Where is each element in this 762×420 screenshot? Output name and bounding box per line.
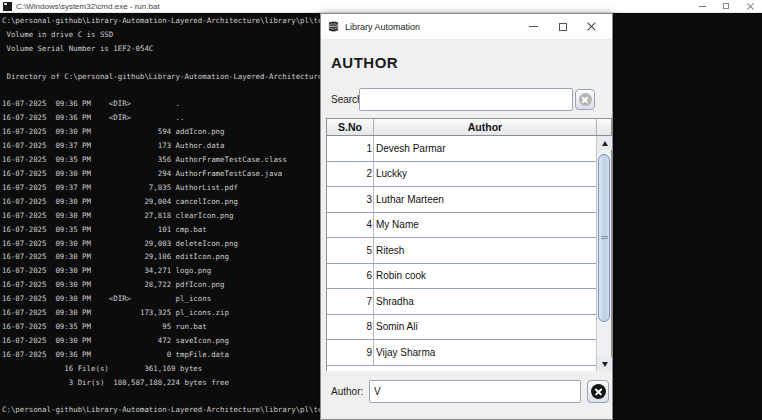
console-icon: [3, 2, 12, 11]
cell-author: Luckky: [374, 162, 597, 187]
cell-sno: 7: [327, 289, 374, 314]
maximize-icon: [559, 23, 567, 31]
cmd-window-title: C:\Windows\system32\cmd.exe - run.bat: [16, 2, 160, 11]
cell-sno: 9: [327, 340, 374, 365]
cell-sno: 3: [327, 187, 374, 212]
table-row[interactable]: 6Robin cook: [327, 264, 597, 290]
cmd-window-titlebar[interactable]: C:\Windows\system32\cmd.exe - run.bat: [0, 0, 762, 13]
table-row[interactable]: 2Luckky: [327, 162, 597, 188]
minimize-icon: [529, 26, 538, 27]
cmd-maximize-button[interactable]: [714, 0, 738, 13]
column-header-author[interactable]: Author: [374, 119, 597, 135]
library-automation-window: Library Automation AUTHOR Search S.No Au…: [320, 13, 613, 420]
cell-author: Vijay Sharma: [374, 340, 597, 365]
column-header-corner: [597, 119, 611, 135]
search-clear-button[interactable]: [575, 89, 595, 110]
desktop: C:\Windows\system32\cmd.exe - run.bat C:…: [0, 0, 762, 420]
scroll-down-button[interactable]: [597, 357, 612, 371]
cmd-close-button[interactable]: [738, 0, 762, 13]
cell-sno: 2: [327, 162, 374, 187]
search-input[interactable]: [359, 88, 573, 111]
cell-sno: 8: [327, 315, 374, 340]
cell-author: Robin cook: [374, 264, 597, 289]
scrollbar-thumb[interactable]: [598, 154, 610, 322]
table-row[interactable]: 3Luthar Marteen: [327, 187, 597, 213]
close-icon: [588, 23, 596, 31]
cell-author: Ritesh: [374, 238, 597, 263]
arrow-up-icon: [602, 141, 608, 146]
dialog-title: Library Automation: [345, 22, 420, 32]
page-title: AUTHOR: [331, 54, 398, 71]
dialog-window-controls: [519, 14, 606, 39]
scroll-up-button[interactable]: [597, 136, 612, 150]
dialog-maximize-button[interactable]: [548, 14, 577, 40]
minimize-icon: [699, 6, 706, 7]
cell-sno: 4: [327, 213, 374, 238]
table-row[interactable]: 4My Name: [327, 213, 597, 239]
author-field-label: Author:: [331, 386, 363, 397]
author-table: S.No Author 1Devesh Parmar2Luckky3Luthar…: [326, 118, 612, 371]
dialog-minimize-button[interactable]: [519, 14, 548, 40]
author-table-header: S.No Author: [327, 119, 611, 136]
dialog-close-button[interactable]: [577, 14, 606, 40]
search-label: Search: [331, 94, 363, 105]
cell-author: Shradha: [374, 289, 597, 314]
scrollbar-grip: [601, 236, 608, 237]
close-icon: [747, 3, 754, 10]
cancel-circle-x-icon: [591, 384, 606, 399]
cell-author: My Name: [374, 213, 597, 238]
cmd-minimize-button[interactable]: [690, 0, 714, 13]
cell-author: Devesh Parmar: [374, 136, 597, 161]
cell-author: Luthar Marteen: [374, 187, 597, 212]
cell-sno: 5: [327, 238, 374, 263]
cell-sno: 1: [327, 136, 374, 161]
author-input[interactable]: [369, 380, 581, 403]
maximize-icon: [723, 3, 729, 9]
clear-circle-x-icon: [579, 93, 592, 106]
vertical-scrollbar[interactable]: [596, 136, 611, 371]
arrow-down-icon: [602, 362, 608, 367]
author-table-body: 1Devesh Parmar2Luckky3Luthar Marteen4My …: [327, 136, 597, 371]
table-row[interactable]: 8Somin Ali: [327, 315, 597, 341]
dialog-titlebar[interactable]: Library Automation: [321, 14, 612, 40]
table-row[interactable]: 1Devesh Parmar: [327, 136, 597, 162]
cell-author: Somin Ali: [374, 315, 597, 340]
cell-sno: 6: [327, 264, 374, 289]
table-row[interactable]: 5Ritesh: [327, 238, 597, 264]
author-cancel-button[interactable]: [587, 380, 609, 403]
cmd-window-controls: [690, 0, 762, 12]
column-header-sno[interactable]: S.No: [327, 119, 374, 135]
book-stack-icon: [328, 21, 339, 32]
table-row[interactable]: 7Shradha: [327, 289, 597, 315]
table-row[interactable]: 9Vijay Sharma: [327, 340, 597, 366]
